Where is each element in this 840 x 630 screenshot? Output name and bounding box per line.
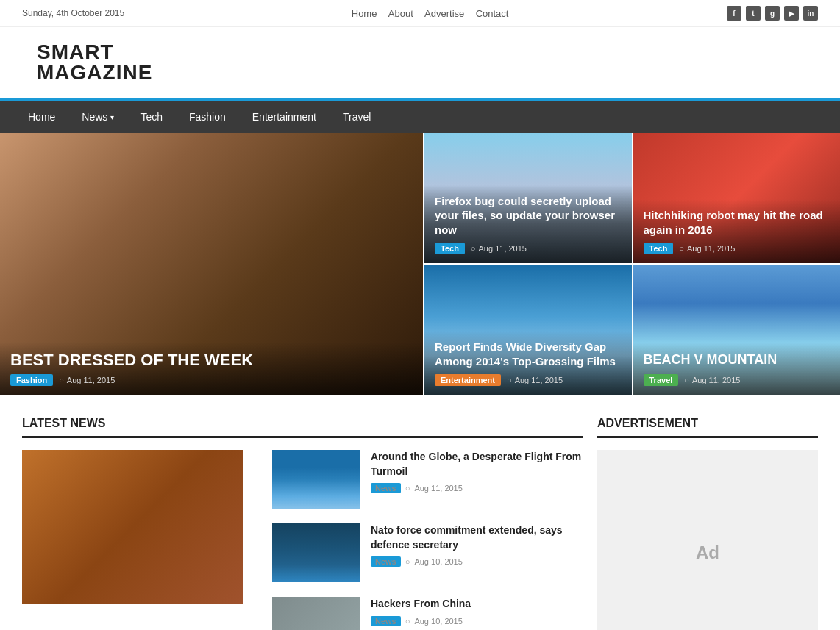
- top-bar: Sunday, 4th October 2015 Home About Adve…: [0, 0, 840, 27]
- featured-grid: BEST DRESSED OF THE WEEK Fashion ○ Aug 1…: [0, 133, 840, 395]
- nav-travel[interactable]: Travel: [330, 101, 384, 133]
- nav-news[interactable]: News ▾: [68, 101, 127, 133]
- social-icons: f t g ▶ in: [727, 6, 818, 21]
- featured-item-3-title: Report Finds Wide Diversity Gap Among 20…: [435, 340, 622, 368]
- clock-icon: ○: [59, 376, 64, 384]
- clock-icon-6: ○: [405, 484, 410, 493]
- nav-home[interactable]: Home: [15, 101, 68, 133]
- top-nav-home[interactable]: Home: [352, 8, 377, 19]
- nav-tech[interactable]: Tech: [127, 101, 176, 133]
- news-item-2-tag[interactable]: News: [371, 556, 401, 567]
- logo[interactable]: SMART MAGAZINE: [22, 42, 818, 83]
- clock-icon-8: ○: [405, 617, 410, 626]
- featured-item-4-title: BEACH V MOUNTAIN: [644, 351, 830, 368]
- news-item-1-meta: News ○ Aug 11, 2015: [371, 483, 583, 493]
- news-item-3-image: [272, 597, 360, 630]
- clock-icon-4: ○: [507, 376, 512, 384]
- nav-entertainment[interactable]: Entertainment: [239, 101, 330, 133]
- featured-item-3[interactable]: Report Finds Wide Diversity Gap Among 20…: [424, 265, 632, 395]
- featured-item-4[interactable]: BEACH V MOUNTAIN Travel ○ Aug 11, 2015: [633, 265, 841, 395]
- latest-news: LATEST NEWS Around the Globe, a Desperat…: [22, 417, 583, 630]
- news-item-3-thumb: [272, 597, 360, 630]
- news-item-2-content: Nato force commitment extended, says def…: [371, 523, 583, 582]
- main-nav: Home News ▾ Tech Fashion Entertainment T…: [0, 101, 840, 133]
- news-item-3-tag[interactable]: News: [371, 616, 401, 626]
- news-item-2-image: [272, 523, 360, 582]
- news-item-1[interactable]: Around the Globe, a Desperate Flight Fro…: [272, 450, 583, 509]
- latest-news-title: LATEST NEWS: [22, 417, 583, 438]
- news-item-2[interactable]: Nato force commitment extended, says def…: [272, 523, 583, 582]
- featured-item-4-tag[interactable]: Travel: [644, 374, 679, 386]
- date-display: Sunday, 4th October 2015: [22, 8, 124, 18]
- news-item-3-title: Hackers From China: [371, 597, 471, 612]
- news-item-1-date: Aug 11, 2015: [414, 484, 462, 493]
- content-area: LATEST NEWS Around the Globe, a Desperat…: [0, 395, 840, 630]
- news-item-1-tag[interactable]: News: [371, 483, 401, 493]
- news-item-1-content: Around the Globe, a Desperate Flight Fro…: [371, 450, 583, 509]
- featured-item-3-overlay: Report Finds Wide Diversity Gap Among 20…: [424, 331, 632, 395]
- linkedin-icon[interactable]: in: [803, 6, 818, 21]
- main-article-image[interactable]: [22, 450, 243, 604]
- featured-item-1-title: Firefox bug could secretly upload your f…: [435, 194, 622, 237]
- featured-item-2-date: ○ Aug 11, 2015: [679, 244, 735, 253]
- news-item-2-date: Aug 10, 2015: [414, 557, 462, 566]
- news-item-1-thumb: [272, 450, 360, 509]
- featured-item-1-overlay: Firefox bug could secretly upload your f…: [424, 185, 632, 264]
- featured-item-3-tag[interactable]: Entertainment: [435, 374, 501, 386]
- clock-icon-2: ○: [471, 244, 476, 253]
- youtube-icon[interactable]: ▶: [784, 6, 799, 21]
- featured-main-overlay: BEST DRESSED OF THE WEEK Fashion ○ Aug 1…: [0, 342, 423, 395]
- featured-main-date: ○ Aug 11, 2015: [59, 376, 115, 384]
- top-nav-advertise[interactable]: Advertise: [424, 8, 464, 19]
- top-nav-about[interactable]: About: [388, 8, 413, 19]
- facebook-icon[interactable]: f: [727, 6, 741, 21]
- featured-item-2-tag[interactable]: Tech: [644, 243, 674, 254]
- featured-main[interactable]: BEST DRESSED OF THE WEEK Fashion ○ Aug 1…: [0, 133, 423, 395]
- featured-item-4-overlay: BEACH V MOUNTAIN Travel ○ Aug 11, 2015: [633, 343, 841, 395]
- logo-line1: SMART: [37, 42, 818, 62]
- nav-fashion[interactable]: Fashion: [176, 101, 239, 133]
- news-item-3-content: Hackers From China News ○ Aug 10, 2015: [371, 597, 471, 630]
- top-nav-contact[interactable]: Contact: [476, 8, 509, 19]
- news-item-2-meta: News ○ Aug 10, 2015: [371, 556, 583, 567]
- featured-item-4-date: ○ Aug 11, 2015: [684, 376, 740, 384]
- featured-item-1-date: ○ Aug 11, 2015: [471, 244, 527, 253]
- clock-icon-3: ○: [679, 244, 684, 253]
- news-item-2-thumb: [272, 523, 360, 582]
- news-items-list: Around the Globe, a Desperate Flight Fro…: [272, 450, 583, 630]
- featured-item-3-date: ○ Aug 11, 2015: [507, 376, 563, 384]
- logo-line2: MAGAZINE: [37, 62, 818, 83]
- google-icon[interactable]: g: [765, 6, 780, 21]
- featured-main-tag[interactable]: Fashion: [10, 374, 53, 386]
- dropdown-arrow-icon: ▾: [110, 113, 114, 121]
- clock-icon-5: ○: [684, 376, 689, 384]
- top-nav: Home About Advertise Contact: [343, 8, 509, 19]
- ad-title: ADVERTISEMENT: [597, 417, 818, 438]
- featured-item-2-overlay: Hitchhiking robot may hit the road again…: [633, 199, 841, 263]
- clock-icon-7: ○: [405, 557, 410, 566]
- featured-item-2-title: Hitchhiking robot may hit the road again…: [644, 208, 830, 237]
- featured-item-1[interactable]: Firefox bug could secretly upload your f…: [424, 133, 632, 263]
- news-item-3-date: Aug 10, 2015: [414, 617, 462, 626]
- twitter-icon[interactable]: t: [746, 6, 761, 21]
- header: SMART MAGAZINE: [0, 27, 840, 98]
- news-item-2-title: Nato force commitment extended, says def…: [371, 523, 583, 552]
- featured-main-title: BEST DRESSED OF THE WEEK: [10, 351, 413, 370]
- ad-sidebar: ADVERTISEMENT Ad: [597, 417, 818, 630]
- ad-text: Ad: [696, 543, 719, 563]
- featured-item-1-tag[interactable]: Tech: [435, 243, 465, 254]
- news-item-3-meta: News ○ Aug 10, 2015: [371, 616, 471, 626]
- news-item-1-title: Around the Globe, a Desperate Flight Fro…: [371, 450, 583, 479]
- news-item-3[interactable]: Hackers From China News ○ Aug 10, 2015: [272, 597, 583, 630]
- featured-item-2[interactable]: Hitchhiking robot may hit the road again…: [633, 133, 841, 263]
- ad-box: Ad: [597, 450, 818, 630]
- news-item-1-image: [272, 450, 360, 509]
